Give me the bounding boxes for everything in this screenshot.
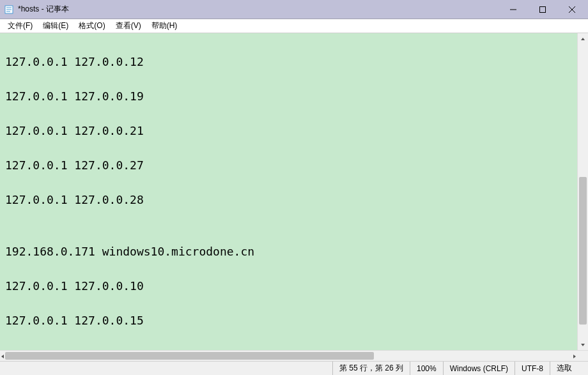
status-zoom: 100% [410, 362, 443, 375]
status-extra: 选取 [550, 362, 588, 375]
status-encoding: UTF-8 [514, 362, 550, 375]
status-position: 第 55 行，第 26 列 [332, 362, 410, 375]
horizontal-scroll-thumb[interactable] [5, 352, 374, 360]
vertical-scroll-track[interactable] [578, 44, 588, 339]
text-editor[interactable]: 127.0.0.1 127.0.0.12 127.0.0.1 127.0.0.1… [0, 33, 577, 350]
scroll-down-button[interactable] [578, 339, 588, 350]
text-line: 127.0.0.1 127.0.0.17 [5, 346, 572, 350]
minimize-button[interactable] [499, 0, 528, 19]
close-button[interactable] [557, 0, 587, 19]
editor-area: 127.0.0.1 127.0.0.12 127.0.0.1 127.0.0.1… [0, 33, 588, 350]
svg-marker-10 [1, 355, 4, 358]
vertical-scroll-thumb[interactable] [579, 177, 587, 325]
scrollbar-corner [577, 351, 588, 361]
text-line: 127.0.0.1 127.0.0.15 [5, 312, 572, 329]
maximize-button[interactable] [528, 0, 557, 19]
window-controls [499, 0, 587, 19]
menubar: 文件(F) 编辑(E) 格式(O) 查看(V) 帮助(H) [0, 19, 588, 33]
horizontal-scrollbar[interactable] [0, 351, 577, 361]
statusbar: 第 55 行，第 26 列 100% Windows (CRLF) UTF-8 … [0, 361, 588, 375]
scroll-left-button[interactable] [0, 351, 5, 362]
svg-marker-8 [581, 38, 585, 40]
scroll-up-button[interactable] [578, 33, 588, 44]
text-line: 127.0.0.1 127.0.0.21 [5, 122, 572, 139]
text-line: 127.0.0.1 127.0.0.28 [5, 191, 572, 208]
status-line-ending: Windows (CRLF) [443, 362, 514, 375]
svg-marker-9 [581, 344, 585, 346]
svg-marker-11 [573, 355, 576, 358]
titlebar[interactable]: *hosts - 记事本 [0, 0, 588, 19]
menu-edit[interactable]: 编辑(E) [38, 19, 74, 33]
text-line: 192.168.0.171 windows10.microdone.cn [5, 243, 572, 260]
menu-format[interactable]: 格式(O) [74, 19, 110, 33]
scroll-right-button[interactable] [572, 351, 577, 362]
horizontal-scrollbar-row [0, 350, 588, 361]
menu-file[interactable]: 文件(F) [3, 19, 38, 33]
horizontal-scroll-track[interactable] [5, 351, 572, 361]
vertical-scrollbar[interactable] [577, 33, 588, 350]
text-line: 127.0.0.1 127.0.0.12 [5, 53, 572, 70]
window-title: *hosts - 记事本 [18, 4, 499, 15]
text-line: 127.0.0.1 127.0.0.19 [5, 88, 572, 105]
svg-rect-5 [540, 6, 546, 12]
text-line: 127.0.0.1 127.0.0.27 [5, 157, 572, 174]
menu-help[interactable]: 帮助(H) [146, 19, 183, 33]
text-line: 127.0.0.1 127.0.0.10 [5, 277, 572, 295]
notepad-icon [4, 4, 14, 15]
menu-view[interactable]: 查看(V) [111, 19, 146, 33]
